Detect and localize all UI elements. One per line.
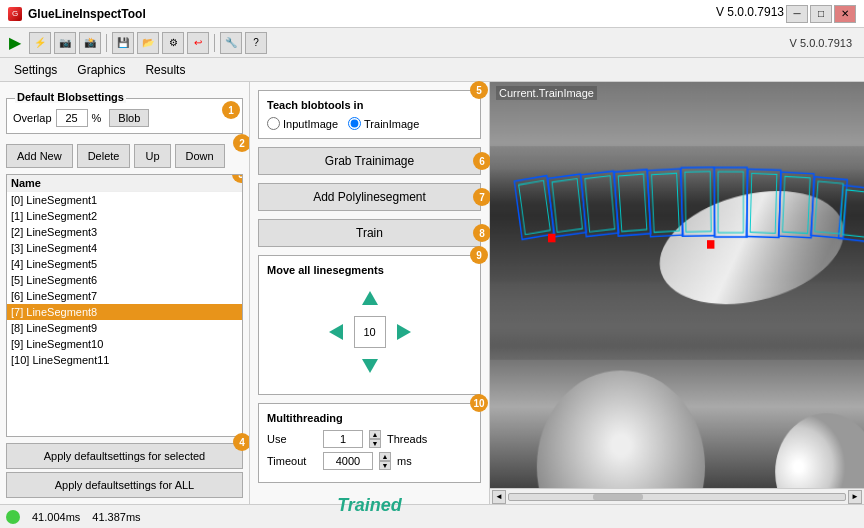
menu-results[interactable]: Results [137, 61, 193, 79]
settings-button[interactable]: ⚙ [162, 32, 184, 54]
empty-cell-tr [388, 282, 420, 314]
list-item-selected[interactable]: [7] LineSegment8 [7, 304, 242, 320]
list-item[interactable]: [6] LineSegment7 [7, 288, 242, 304]
status-time1: 41.004ms [32, 511, 80, 523]
apply-selected-button[interactable]: Apply defaultsettings for selected [6, 443, 243, 469]
add-polylinesegment-button[interactable]: Add Polylinesegment [258, 183, 481, 211]
move-up-button[interactable] [354, 282, 386, 314]
status-time2: 41.387ms [92, 511, 140, 523]
timeout-input[interactable] [323, 452, 373, 470]
toolbar-sep2 [214, 34, 215, 52]
spin-down-button[interactable]: ▼ [369, 439, 381, 448]
badge-9: 9 [470, 246, 488, 264]
list-item[interactable]: [2] LineSegment3 [7, 224, 242, 240]
scrollbar-thumb[interactable] [593, 494, 643, 500]
down-button[interactable]: Down [175, 144, 225, 168]
maximize-button[interactable]: □ [810, 5, 832, 23]
timeout-spin-up[interactable]: ▲ [379, 452, 391, 461]
arrow-down-icon [362, 359, 378, 373]
help-button[interactable]: ? [245, 32, 267, 54]
grab-trainimage-button[interactable]: Grab Trainimage [258, 147, 481, 175]
list-item[interactable]: [9] LineSegment10 [7, 336, 242, 352]
radio-input-trainimage[interactable] [348, 117, 361, 130]
empty-cell-br [388, 350, 420, 382]
scroll-left-button[interactable]: ◄ [492, 490, 506, 504]
tool-button[interactable]: 🔧 [220, 32, 242, 54]
blobsettings-label: Default Blobsettings [15, 91, 126, 103]
move-down-button[interactable] [354, 350, 386, 382]
timeout-spin-down[interactable]: ▼ [379, 461, 391, 470]
timeout-spinner[interactable]: ▲ ▼ [379, 452, 391, 470]
list-item[interactable]: [5] LineSegment6 [7, 272, 242, 288]
move-left-button[interactable] [320, 316, 352, 348]
red-arrow-button[interactable]: ↩ [187, 32, 209, 54]
delete-button[interactable]: Delete [77, 144, 131, 168]
left-panel: Default Blobsettings 1 Overlap % Blob Ad… [0, 82, 250, 504]
pct-label: % [92, 112, 102, 124]
toolbar: ▶ ⚡ 📷 📸 💾 📂 ⚙ ↩ 🔧 ? V 5.0.0.7913 [0, 28, 864, 58]
menu-graphics[interactable]: Graphics [69, 61, 133, 79]
minimize-button[interactable]: ─ [786, 5, 808, 23]
menu-bar: Settings Graphics Results [0, 58, 864, 82]
lightning-button[interactable]: ⚡ [29, 32, 51, 54]
trained-status: Trained [258, 495, 481, 516]
timeout-label: Timeout [267, 455, 317, 467]
timeout-row: Timeout ▲ ▼ ms [267, 452, 472, 470]
scrollbar-track[interactable] [508, 493, 846, 501]
move-grid: 10 [320, 282, 420, 382]
use-spinner[interactable]: ▲ ▼ [369, 430, 381, 448]
list-item[interactable]: [1] LineSegment2 [7, 208, 242, 224]
badge-2: 2 [233, 134, 250, 152]
radio-row: InputImage TrainImage [267, 117, 472, 130]
window-controls[interactable]: ─ □ ✕ [786, 5, 856, 23]
play-button[interactable]: ▶ [4, 32, 26, 54]
blobsettings-section: Default Blobsettings 1 Overlap % Blob [6, 98, 243, 134]
radio-inputimage[interactable]: InputImage [267, 117, 338, 130]
move-value: 10 [354, 316, 386, 348]
radio-trainimage[interactable]: TrainImage [348, 117, 419, 130]
version-label: V 5.0.0.7913 [790, 37, 860, 49]
list-item[interactable]: [3] LineSegment4 [7, 240, 242, 256]
apply-section: 4 Apply defaultsettings for selected App… [6, 443, 243, 498]
threading-label: Multithreading [267, 412, 472, 424]
menu-settings[interactable]: Settings [6, 61, 65, 79]
list-header: Name [7, 175, 242, 192]
spin-up-button[interactable]: ▲ [369, 430, 381, 439]
use-thread-row: Use ▲ ▼ Threads [267, 430, 472, 448]
blob-button[interactable]: Blob [109, 109, 149, 127]
version-label: V 5.0.0.7913 [716, 5, 784, 19]
radio-input-inputimage[interactable] [267, 117, 280, 130]
move-right-button[interactable] [388, 316, 420, 348]
train-btn-wrapper: Train 8 [258, 219, 481, 247]
open-button[interactable]: 📂 [137, 32, 159, 54]
arrow-left-icon [329, 324, 343, 340]
camera-canvas [490, 82, 864, 488]
close-button[interactable]: ✕ [834, 5, 856, 23]
save-button[interactable]: 💾 [112, 32, 134, 54]
apply-all-button[interactable]: Apply defaultsettings for ALL [6, 472, 243, 498]
list-item[interactable]: [4] LineSegment5 [7, 256, 242, 272]
use-input[interactable] [323, 430, 363, 448]
teach-section: 5 Teach blobtools in InputImage TrainIma… [258, 90, 481, 139]
status-indicator [6, 510, 20, 524]
empty-cell-bl [320, 350, 352, 382]
radio-inputimage-label: InputImage [283, 118, 338, 130]
list-item[interactable]: [8] LineSegment9 [7, 320, 242, 336]
arrow-right-icon [397, 324, 411, 340]
overlap-input[interactable] [56, 109, 88, 127]
app-title: GlueLineInspectTool [28, 7, 146, 21]
badge-8: 8 [473, 224, 491, 242]
list-action-buttons: Add New Delete Up Down 2 [6, 144, 243, 168]
list-item[interactable]: [10] LineSegment11 [7, 352, 242, 368]
cam-button[interactable]: 📷 [54, 32, 76, 54]
up-button[interactable]: Up [134, 144, 170, 168]
overlap-label: Overlap [13, 112, 52, 124]
badge-4: 4 [233, 433, 250, 451]
train-button[interactable]: Train [258, 219, 481, 247]
camera2-button[interactable]: 📸 [79, 32, 101, 54]
h-scrollbar[interactable]: ◄ ► [490, 488, 864, 504]
list-item[interactable]: [0] LineSegment1 [7, 192, 242, 208]
scroll-right-button[interactable]: ► [848, 490, 862, 504]
toolbar-sep1 [106, 34, 107, 52]
add-new-button[interactable]: Add New [6, 144, 73, 168]
